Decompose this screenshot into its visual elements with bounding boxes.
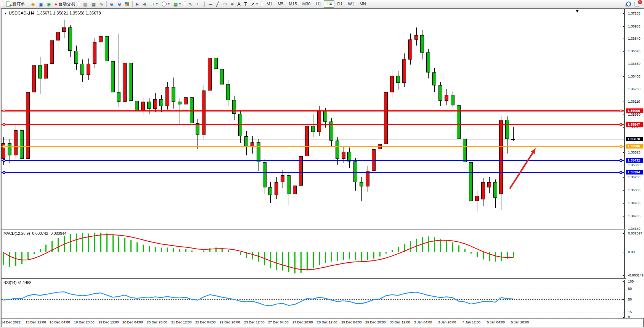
price-tick-label: 1.34640 xyxy=(628,227,641,231)
price-axis[interactable]: 1.371351.369851.368401.366951.365501.364… xyxy=(626,9,644,318)
auto-trading-icon: ● xyxy=(55,2,57,6)
macd-tick-label: 0.002527 xyxy=(628,231,642,235)
line-chart-icon: ∿ xyxy=(100,2,103,6)
text-label-tool-button[interactable]: T xyxy=(242,0,249,8)
timeframe-button-H4[interactable]: H4 xyxy=(324,0,334,8)
notification-count-badge: 1 xyxy=(638,0,642,4)
arrows-icon: ↗ xyxy=(251,2,255,6)
toolbar-separator xyxy=(149,1,149,7)
zoom-in-icon: ⊕ xyxy=(110,2,114,6)
ohlc-low: 1.35658 xyxy=(69,11,85,15)
toolbar-separator xyxy=(28,1,28,7)
indicators-icon: + xyxy=(152,2,155,6)
trendline-tool-button[interactable]: ╱ xyxy=(214,0,221,8)
templates-button[interactable]: ▦ ▾ xyxy=(172,0,183,8)
time-tick-label: 19 Dec 12:00 xyxy=(98,320,119,324)
time-tick-label: 5 Jan 04:00 xyxy=(487,320,505,324)
timeframe-button-M30[interactable]: M30 xyxy=(300,0,313,8)
channel-tool-button[interactable]: ▭ xyxy=(221,0,229,8)
collapse-icon[interactable]: ▼ xyxy=(4,12,7,15)
price-tick-label: 1.34935 xyxy=(628,201,641,205)
time-tick-label: 28 Dec 12:00 xyxy=(317,320,337,324)
time-tick-label: 14 Dec 2022 xyxy=(1,320,21,324)
toolbar-grip[interactable] xyxy=(1,2,3,7)
tile-windows-button[interactable] xyxy=(123,0,131,8)
price-tick-label: 1.36110 xyxy=(628,100,640,103)
rsi-tick-label: 100 xyxy=(628,280,634,283)
periods-button[interactable]: ▾ xyxy=(160,0,172,8)
time-tick-label: 18 Dec 23:00 xyxy=(74,320,95,324)
time-axis[interactable]: 14 Dec 202215 Dec 12:0016 Dec 04:0018 De… xyxy=(2,318,643,327)
bar-chart-icon: ▥ xyxy=(83,2,87,6)
timeframe-button-H1[interactable]: H1 xyxy=(313,0,324,8)
toolbar-grip[interactable] xyxy=(78,2,80,7)
bar-chart-button[interactable]: ▥ xyxy=(81,0,89,8)
price-line-badge: 1.36006 xyxy=(626,108,643,113)
equidistant-channel-icon: ▭ xyxy=(222,2,228,6)
candlestick-chart-button[interactable]: ▦ xyxy=(90,0,98,8)
price-tick-label: 1.35380 xyxy=(628,163,641,167)
new-order-button[interactable]: + 新订单 xyxy=(4,0,27,8)
toolbar-grip[interactable] xyxy=(184,2,186,7)
arrows-tool-button[interactable]: ↗ ▾ xyxy=(249,0,260,8)
timeframe-button-M15[interactable]: M15 xyxy=(286,0,299,8)
notifications-icon[interactable]: 1 xyxy=(634,2,640,6)
price-tick-label: 1.37135 xyxy=(628,11,641,15)
price-tick-label: 1.35525 xyxy=(628,150,641,154)
vertical-line-tool-button[interactable]: ⎮ xyxy=(201,0,207,8)
price-tick-label: 1.36985 xyxy=(628,24,641,28)
auto-trading-button[interactable]: ● 自动交易 xyxy=(53,0,77,8)
time-tick-label: 3 Jan 20:00 xyxy=(438,320,456,324)
signal-button[interactable]: ◉ xyxy=(45,0,53,8)
rsi-panel-canvas[interactable] xyxy=(2,280,626,318)
cursor-icon: ↖ xyxy=(189,2,193,6)
toolbar-grip[interactable] xyxy=(261,2,263,7)
quotes-button[interactable]: ◆ xyxy=(29,0,37,8)
time-tick-label: 23 Dec 12:00 xyxy=(244,320,265,324)
price-line-badge: 1.35294 xyxy=(626,170,643,175)
ohlc-close: 1.35678 xyxy=(86,11,101,15)
clock-icon xyxy=(162,2,167,6)
search-icon[interactable] xyxy=(626,2,631,6)
crosshair-icon: + xyxy=(196,2,199,6)
rsi-tick-label: 15 xyxy=(628,310,632,314)
time-tick-label: 4 Jan 12:00 xyxy=(463,320,480,324)
cursor-tool-button[interactable]: ↖ xyxy=(187,0,194,8)
auto-trading-label: 自动交易 xyxy=(58,1,75,7)
chart-window: ▼USDCAD-,H4 1.35671 1.35821 1.35658 1.35… xyxy=(1,8,644,327)
timeframe-button-M1[interactable]: M1 xyxy=(264,0,275,8)
signal-icon: ◉ xyxy=(47,2,51,6)
price-tick-label: 1.35085 xyxy=(628,188,641,192)
timeframe-button-M5[interactable]: M5 xyxy=(275,0,286,8)
zoom-out-button[interactable]: ⊖ xyxy=(116,0,123,8)
macd-panel-canvas[interactable] xyxy=(2,230,626,278)
market-watch-button[interactable]: ▣ xyxy=(37,0,45,8)
fibonacci-tool-button[interactable]: ≡ xyxy=(229,0,235,8)
timeframe-group: M1M5M15M30H1H4D1W1MN xyxy=(264,0,369,8)
time-tick-label: 22 Dec 04:00 xyxy=(195,320,216,324)
time-tick-label: 20 Dec 04:00 xyxy=(122,320,143,324)
auto-scroll-button[interactable]: ▶ xyxy=(134,0,141,8)
timeframe-button-MN[interactable]: MN xyxy=(357,0,369,8)
macd-tick-label: -0.003149 xyxy=(628,273,644,277)
price-tick-label: 1.35235 xyxy=(628,175,641,179)
zoom-in-button[interactable]: ⊕ xyxy=(108,0,116,8)
timeframe-button-D1[interactable]: D1 xyxy=(334,0,345,8)
crosshair-tool-button[interactable]: + xyxy=(194,0,201,8)
price-tick-label: 1.34785 xyxy=(628,214,641,218)
price-tick-label: 1.36550 xyxy=(628,62,641,66)
time-tick-label: 5 Jan 20:00 xyxy=(511,320,529,324)
chevron-down-icon: ▾ xyxy=(256,2,258,6)
text-label-icon: T xyxy=(244,2,247,6)
horizontal-line-tool-button[interactable]: ─ xyxy=(207,0,214,8)
indicators-button[interactable]: + ▾ xyxy=(150,0,160,8)
timeframe-button-W1[interactable]: W1 xyxy=(345,0,357,8)
rsi-indicator-label: RSI(14) 51.1458 xyxy=(3,281,31,285)
text-tool-button[interactable]: A xyxy=(235,0,242,8)
chart-shift-button[interactable]: ◀ xyxy=(141,0,148,8)
main-chart-canvas[interactable] xyxy=(2,9,626,229)
price-line-badge: 1.35847 xyxy=(626,122,643,127)
price-tick-label: 1.36695 xyxy=(628,49,641,53)
line-chart-button[interactable]: ∿ xyxy=(98,0,105,8)
chart-title: ▼USDCAD-,H4 1.35671 1.35821 1.35658 1.35… xyxy=(4,11,101,15)
